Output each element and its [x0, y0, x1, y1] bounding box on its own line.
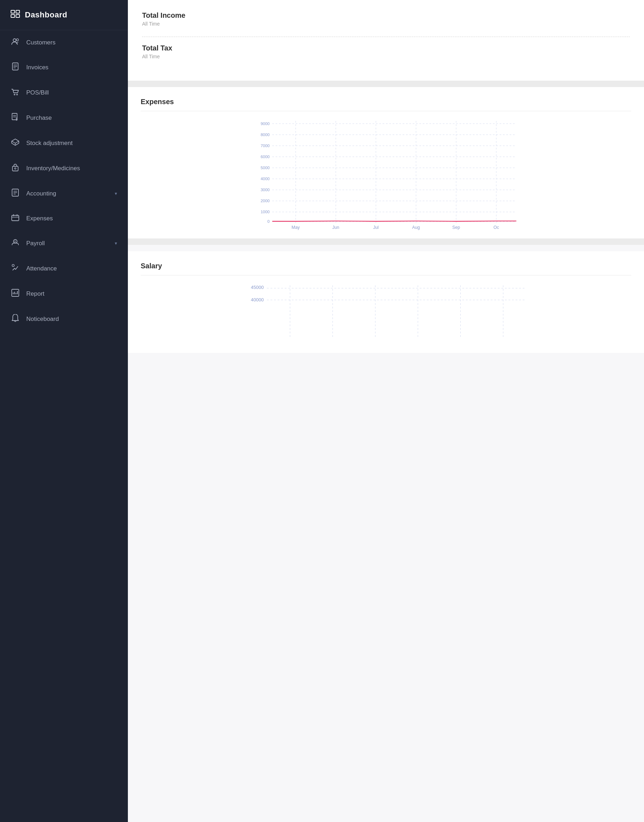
svg-text:40000: 40000	[251, 297, 264, 303]
svg-text:Oc: Oc	[494, 225, 499, 230]
sidebar-item-stock-adjustment[interactable]: Stock adjustment	[0, 131, 128, 156]
svg-rect-1	[16, 10, 20, 13]
salary-chart-title: Salary	[141, 262, 631, 275]
svg-text:7000: 7000	[261, 144, 270, 148]
svg-text:2000: 2000	[261, 199, 270, 203]
section-gap-1	[128, 81, 644, 87]
stock-adjustment-icon	[11, 138, 20, 148]
svg-text:3000: 3000	[261, 187, 270, 192]
svg-rect-17	[12, 166, 18, 171]
invoices-icon	[11, 63, 20, 72]
svg-text:4000: 4000	[261, 177, 270, 181]
svg-rect-23	[12, 215, 19, 221]
svg-rect-2	[11, 15, 15, 17]
salary-chart-svg: 45000 40000	[141, 282, 631, 346]
svg-text:45000: 45000	[251, 285, 264, 290]
sidebar-item-label-inventory: Inventory/Medicines	[26, 165, 117, 172]
expenses-chart-container: 9000 8000 7000 6000 5000 4000 3000 2000 …	[141, 118, 631, 231]
attendance-icon	[11, 264, 20, 273]
svg-point-29	[12, 264, 14, 267]
svg-text:May: May	[291, 225, 300, 230]
svg-point-4	[13, 39, 16, 41]
total-income-subtitle: All Time	[142, 21, 630, 27]
svg-text:$: $	[14, 240, 16, 243]
sidebar-item-inventory[interactable]: Inventory/Medicines	[0, 156, 128, 181]
sidebar-item-customers[interactable]: Customers	[0, 30, 128, 55]
accounting-icon	[11, 189, 20, 198]
svg-text:Aug: Aug	[412, 225, 420, 230]
expenses-icon	[11, 214, 20, 223]
stat-total-income: Total Income All Time	[142, 11, 630, 27]
sidebar-item-attendance[interactable]: Attendance	[0, 256, 128, 281]
sidebar-item-report[interactable]: Report	[0, 281, 128, 306]
svg-point-11	[17, 94, 18, 95]
sidebar-item-invoices[interactable]: Invoices	[0, 55, 128, 80]
sidebar-item-label-invoices: Invoices	[26, 64, 117, 71]
svg-point-5	[16, 39, 18, 41]
svg-text:0: 0	[267, 219, 270, 224]
report-icon	[11, 289, 20, 298]
svg-text:8000: 8000	[261, 132, 270, 137]
sidebar-item-payroll[interactable]: $ Payroll ▾	[0, 230, 128, 256]
dashboard-icon	[11, 10, 20, 20]
svg-text:5000: 5000	[261, 166, 270, 170]
expenses-chart-section: Expenses 9000 8000 7000 6000 5000 4000 3…	[128, 87, 644, 238]
svg-rect-0	[11, 10, 15, 13]
sidebar-item-label-expenses: Expenses	[26, 215, 117, 222]
svg-text:9000: 9000	[261, 121, 270, 126]
sidebar-item-label-stock-adjustment: Stock adjustment	[26, 140, 117, 147]
svg-point-10	[14, 94, 15, 95]
main-content: Total Income All Time Total Tax All Time…	[128, 0, 644, 822]
sidebar-item-label-noticeboard: Noticeboard	[26, 316, 117, 323]
purchase-icon: $	[11, 113, 20, 123]
svg-text:$: $	[15, 117, 18, 121]
stat-divider	[142, 37, 630, 37]
sidebar-item-label-accounting: Accounting	[26, 190, 115, 197]
sidebar-item-label-purchase: Purchase	[26, 114, 117, 121]
sidebar-item-label-report: Report	[26, 290, 117, 298]
sidebar-item-label-customers: Customers	[26, 39, 117, 46]
svg-text:6000: 6000	[261, 155, 270, 159]
sidebar-item-accounting[interactable]: Accounting ▾	[0, 181, 128, 206]
pos-bill-icon	[11, 88, 20, 97]
payroll-chevron-icon: ▾	[115, 241, 117, 246]
payroll-icon: $	[11, 238, 20, 248]
svg-text:Jul: Jul	[373, 225, 379, 230]
salary-chart-section: Salary 45000 40000	[128, 251, 644, 353]
customers-icon	[11, 38, 20, 47]
sidebar-item-noticeboard[interactable]: Noticeboard	[0, 306, 128, 332]
sidebar: Dashboard Customers Invoices	[0, 0, 128, 822]
stat-total-tax: Total Tax All Time	[142, 44, 630, 59]
total-income-title: Total Income	[142, 11, 630, 20]
svg-text:Sep: Sep	[452, 225, 460, 230]
svg-text:Jun: Jun	[332, 225, 339, 230]
accounting-chevron-icon: ▾	[115, 191, 117, 196]
svg-rect-3	[16, 15, 20, 17]
section-gap-2	[128, 238, 644, 245]
sidebar-title: Dashboard	[25, 10, 67, 20]
sidebar-header: Dashboard	[0, 0, 128, 30]
noticeboard-icon	[11, 314, 20, 324]
total-tax-subtitle: All Time	[142, 54, 630, 59]
sidebar-item-expenses[interactable]: Expenses	[0, 206, 128, 230]
svg-text:1000: 1000	[261, 210, 270, 214]
inventory-icon	[11, 163, 20, 173]
sidebar-item-purchase[interactable]: $ Purchase	[0, 105, 128, 131]
total-tax-title: Total Tax	[142, 44, 630, 52]
sidebar-item-label-payroll: Payroll	[26, 240, 115, 247]
expenses-chart-svg: 9000 8000 7000 6000 5000 4000 3000 2000 …	[141, 118, 631, 231]
salary-chart-container: 45000 40000	[141, 282, 631, 346]
expenses-chart-title: Expenses	[141, 98, 631, 111]
sidebar-item-pos-bill[interactable]: POS/Bill	[0, 80, 128, 105]
svg-point-18	[15, 168, 16, 169]
sidebar-item-label-pos-bill: POS/Bill	[26, 89, 117, 96]
stats-section: Total Income All Time Total Tax All Time	[128, 0, 644, 81]
sidebar-item-label-attendance: Attendance	[26, 265, 117, 272]
